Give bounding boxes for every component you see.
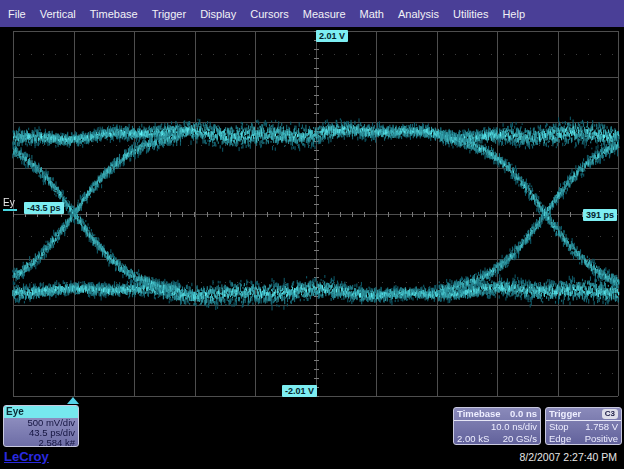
datetime-readout: 8/2/2007 2:27:40 PM xyxy=(520,451,618,463)
menu-item-display[interactable]: Display xyxy=(200,8,236,20)
timebase-title: Timebase xyxy=(457,408,501,420)
left-time-label: -43.5 ps xyxy=(24,202,64,214)
right-time-label: 391 ps xyxy=(583,209,617,221)
menu-item-trigger[interactable]: Trigger xyxy=(152,8,186,20)
eye-diagram-waveform-display[interactable] xyxy=(0,0,624,469)
menu-item-analysis[interactable]: Analysis xyxy=(398,8,439,20)
menu-item-timebase[interactable]: Timebase xyxy=(90,8,138,20)
trigger-type: Edge xyxy=(549,433,571,445)
eye-trace-descriptor-box[interactable]: Eye 500 mV/div 43.5 ps/div 2.584 k# xyxy=(3,405,79,447)
bottom-voltage-label: -2.01 V xyxy=(282,385,317,397)
menu-item-file[interactable]: File xyxy=(8,8,26,20)
trigger-title: Trigger xyxy=(549,408,581,420)
trigger-source-badge: C3 xyxy=(602,409,618,419)
menu-item-math[interactable]: Math xyxy=(360,8,384,20)
status-bar: LeCroy 8/2/2007 2:27:40 PM xyxy=(0,447,624,469)
top-voltage-label: 2.01 V xyxy=(316,30,348,42)
menu-item-cursors[interactable]: Cursors xyxy=(250,8,289,20)
menu-item-measure[interactable]: Measure xyxy=(303,8,346,20)
trace-indicator-label: Ey xyxy=(3,197,17,211)
timebase-memory: 2.00 kS xyxy=(457,433,489,445)
trigger-panel[interactable]: Trigger C3 Stop 1.758 V Edge Positive xyxy=(545,407,622,445)
trigger-slope: Positive xyxy=(585,433,618,445)
eye-persistence-count: 2.584 k# xyxy=(4,438,78,447)
menu-item-utilities[interactable]: Utilities xyxy=(453,8,488,20)
timebase-scale: 10.0 ns/div xyxy=(491,421,537,433)
timebase-panel[interactable]: Timebase 0.0 ns 10.0 ns/div 2.00 kS 20 G… xyxy=(453,407,541,445)
menu-item-vertical[interactable]: Vertical xyxy=(40,8,76,20)
trigger-level: 1.758 V xyxy=(585,421,618,433)
menu-item-help[interactable]: Help xyxy=(502,8,525,20)
menu-bar: FileVerticalTimebaseTriggerDisplayCursor… xyxy=(0,0,624,27)
timebase-sample-rate: 20 GS/s xyxy=(503,433,537,445)
oscilloscope-screen: FileVerticalTimebaseTriggerDisplayCursor… xyxy=(0,0,624,469)
timebase-offset: 0.0 ns xyxy=(510,408,537,420)
trigger-position-marker-icon[interactable] xyxy=(67,397,79,404)
lecroy-logo: LeCroy xyxy=(4,449,49,464)
trigger-mode: Stop xyxy=(549,421,569,433)
